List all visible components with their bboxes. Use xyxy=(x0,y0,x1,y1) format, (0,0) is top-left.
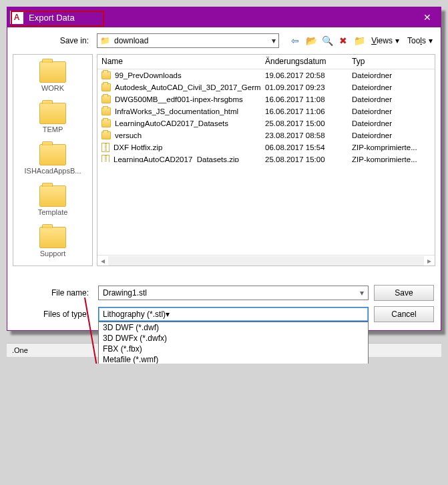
file-name: Autodesk_AutoCAD_Civil_3D_2017_Germany xyxy=(115,83,261,91)
scroll-left-icon[interactable]: ◂ xyxy=(97,256,108,266)
file-date: 06.08.2017 15:54 xyxy=(261,141,348,153)
sidebar-item-label: Template xyxy=(38,208,68,216)
sidebar-item-1[interactable]: TEMP xyxy=(13,99,92,139)
file-date: 01.09.2017 09:23 xyxy=(261,81,348,93)
column-name[interactable]: Name xyxy=(97,55,261,69)
file-row[interactable]: 99_PrevDownloads19.06.2017 20:58Dateiord… xyxy=(97,69,435,81)
titlebar[interactable]: A Export Data ✕ xyxy=(7,7,441,27)
file-date: 19.06.2017 20:58 xyxy=(261,69,348,81)
sidebar-item-2[interactable]: ISHAcadAppsB... xyxy=(13,140,92,180)
horizontal-scrollbar[interactable]: ◂ ▸ xyxy=(97,255,435,266)
file-name-value: Drawing1.stl xyxy=(103,288,147,298)
new-folder-button[interactable]: 📁 xyxy=(353,34,366,47)
file-date: 16.06.2017 11:06 xyxy=(261,105,348,117)
file-list-view[interactable]: Name Änderungsdatum Typ 99_PrevDownloads… xyxy=(97,54,435,266)
file-name: versuch xyxy=(115,131,142,139)
sidebar-item-0[interactable]: WORK xyxy=(13,57,92,97)
file-name-label: File name: xyxy=(13,288,93,298)
file-date: 25.08.2017 15:00 xyxy=(261,153,348,162)
sidebar-item-label: WORK xyxy=(41,84,64,92)
files-of-type-value: Lithography (*.stl) xyxy=(103,310,166,319)
file-date: 23.08.2017 08:58 xyxy=(261,129,348,141)
folder-icon xyxy=(39,185,66,207)
file-row[interactable]: DWG500MB__edf001-inpex-hrsgbms16.06.2017… xyxy=(97,93,435,105)
folder-icon xyxy=(101,71,111,79)
scroll-right-icon[interactable]: ▸ xyxy=(424,256,435,266)
files-of-type-label: Files of type: xyxy=(13,310,93,319)
dropdown-option[interactable]: FBX (*.fbx) xyxy=(99,344,368,354)
sidebar-item-3[interactable]: Template xyxy=(13,181,92,221)
up-level-button[interactable]: 📂 xyxy=(304,34,318,47)
files-of-type-dropdown-list[interactable]: 3D DWF (*.dwf)3D DWFx (*.dwfx)FBX (*.fbx… xyxy=(98,322,369,364)
file-list-header[interactable]: Name Änderungsdatum Typ xyxy=(97,55,435,69)
toolbar: ⇦ 📂 🔍 ✖ 📁 Views ▾ Tools ▾ xyxy=(288,34,435,47)
folder-icon xyxy=(101,83,111,91)
folder-icon xyxy=(39,144,66,165)
dropdown-option[interactable]: 3D DWFx (*.dwfx) xyxy=(99,333,368,344)
file-name: InfraWorks_JS_documentation_html xyxy=(115,107,238,115)
save-in-label: Save in: xyxy=(13,36,93,45)
folder-icon xyxy=(101,95,111,103)
folder-icon: 📁 xyxy=(100,36,110,45)
chevron-down-icon: ▾ xyxy=(429,36,433,45)
folder-icon xyxy=(39,103,66,124)
file-type: ZIP-komprimierte... xyxy=(348,141,435,153)
places-sidebar: WORKTEMPISHAcadAppsB...TemplateSupport xyxy=(13,54,93,266)
export-data-dialog: A Export Data ✕ Save in: 📁 download ▾ ⇦ … xyxy=(7,7,441,331)
scroll-track[interactable] xyxy=(108,256,424,266)
delete-button[interactable]: ✖ xyxy=(337,34,350,47)
chevron-down-icon[interactable]: ▾ xyxy=(360,288,364,298)
search-web-button[interactable]: 🔍 xyxy=(320,34,334,47)
file-type: Dateiordner xyxy=(348,129,435,141)
file-type: Dateiordner xyxy=(348,69,435,81)
app-icon: A xyxy=(10,11,23,24)
file-name-input[interactable]: Drawing1.stl ▾ xyxy=(98,286,369,300)
file-name: LearningAutoCAD2017_Datasets.zip xyxy=(114,155,239,162)
file-type: Dateiordner xyxy=(348,105,435,117)
file-name: 99_PrevDownloads xyxy=(115,71,182,79)
file-name: LearningAutoCAD2017_Datasets xyxy=(115,119,228,127)
file-name: DWG500MB__edf001-inpex-hrsgbms xyxy=(115,95,243,103)
column-modified[interactable]: Änderungsdatum xyxy=(261,55,348,69)
dropdown-option[interactable]: Metafile (*.wmf) xyxy=(99,354,368,364)
folder-icon xyxy=(101,119,111,127)
file-row[interactable]: LearningAutoCAD2017_Datasets.zip25.08.20… xyxy=(97,153,435,162)
folder-icon xyxy=(39,61,66,83)
file-type: Dateiordner xyxy=(348,81,435,93)
file-list-body[interactable]: 99_PrevDownloads19.06.2017 20:58Dateiord… xyxy=(97,69,435,162)
file-type: Dateiordner xyxy=(348,117,435,129)
chevron-down-icon[interactable]: ▾ xyxy=(166,310,170,319)
file-row[interactable]: LearningAutoCAD2017_Datasets25.08.2017 1… xyxy=(97,117,435,129)
files-of-type-dropdown[interactable]: Lithography (*.stl) ▾ xyxy=(98,307,369,322)
sidebar-item-label: Support xyxy=(40,250,66,258)
column-type[interactable]: Typ xyxy=(348,55,435,69)
cancel-button[interactable]: Cancel xyxy=(374,306,434,322)
folder-icon xyxy=(101,131,111,139)
sidebar-item-label: ISHAcadAppsB... xyxy=(25,167,81,175)
file-date: 25.08.2017 15:00 xyxy=(261,117,348,129)
file-name: DXF Hotfix.zip xyxy=(114,143,163,151)
file-row[interactable]: InfraWorks_JS_documentation_html16.06.20… xyxy=(97,105,435,117)
dropdown-option[interactable]: 3D DWF (*.dwf) xyxy=(99,322,368,333)
file-row[interactable]: DXF Hotfix.zip06.08.2017 15:54ZIP-kompri… xyxy=(97,141,435,153)
sidebar-item-4[interactable]: Support xyxy=(13,223,92,263)
tools-menu[interactable]: Tools ▾ xyxy=(405,36,435,45)
file-type: ZIP-komprimierte... xyxy=(348,153,435,162)
save-in-value: download xyxy=(114,36,148,45)
chevron-down-icon: ▾ xyxy=(272,36,276,45)
folder-icon xyxy=(39,227,66,248)
save-in-dropdown[interactable]: 📁 download ▾ xyxy=(97,33,279,48)
file-row[interactable]: Autodesk_AutoCAD_Civil_3D_2017_Germany01… xyxy=(97,81,435,93)
chevron-down-icon: ▾ xyxy=(395,36,399,45)
file-row[interactable]: versuch23.08.2017 08:58Dateiordner xyxy=(97,129,435,141)
sidebar-item-label: TEMP xyxy=(43,125,63,133)
file-date: 16.06.2017 11:08 xyxy=(261,93,348,105)
back-button[interactable]: ⇦ xyxy=(288,34,302,47)
views-menu[interactable]: Views ▾ xyxy=(369,36,402,45)
save-button[interactable]: Save xyxy=(374,285,434,301)
zip-icon xyxy=(101,143,109,152)
file-type: Dateiordner xyxy=(348,93,435,105)
folder-icon xyxy=(101,107,111,115)
window-title: Export Data xyxy=(29,13,417,23)
close-button[interactable]: ✕ xyxy=(417,12,438,23)
